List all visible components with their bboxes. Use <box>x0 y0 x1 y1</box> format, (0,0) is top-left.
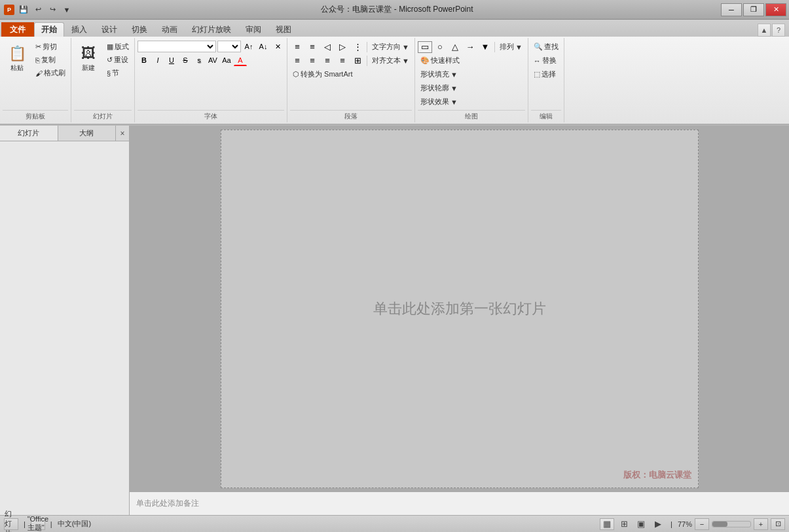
tab-review[interactable]: 审阅 <box>238 22 268 37</box>
cut-button[interactable]: ✂ 剪切 <box>33 41 68 53</box>
ribbon-group-font: A↑ A↓ ✕ B I U S s AV Aa A 字体 <box>135 38 287 122</box>
tab-slideshow[interactable]: 幻灯片放映 <box>185 22 238 37</box>
shape-more-btn[interactable]: ▼ <box>478 41 492 53</box>
dec-indent-btn[interactable]: ◁ <box>320 41 335 53</box>
cols-btn[interactable]: ⊞ <box>350 55 365 67</box>
align-right-btn[interactable]: ≡ <box>320 55 335 67</box>
title-bar: P 💾 ↩ ↪ ▼ 公众号：电脑云课堂 - Microsoft PowerPoi… <box>0 0 789 20</box>
inc-indent-btn[interactable]: ▷ <box>335 41 350 53</box>
tab-view[interactable]: 视图 <box>268 22 299 37</box>
strikethrough-btn[interactable]: S <box>179 54 192 66</box>
shape-circle-btn[interactable]: ○ <box>433 41 447 53</box>
shape-outline-btn[interactable]: 形状轮廓 ▼ <box>418 82 460 94</box>
tab-home[interactable]: 开始 <box>34 22 64 37</box>
tab-design[interactable]: 设计 <box>94 22 124 37</box>
shape-arrow-btn[interactable]: → <box>463 41 477 53</box>
underline-btn[interactable]: U <box>165 54 178 66</box>
drawing-label: 绘图 <box>418 110 525 121</box>
paste-label: 粘贴 <box>10 63 24 73</box>
view-reading-btn[interactable]: ▣ <box>634 518 648 530</box>
find-btn[interactable]: 🔍 查找 <box>531 41 561 53</box>
clear-format-btn[interactable]: ✕ <box>271 41 284 52</box>
editing-label: 编辑 <box>531 110 561 121</box>
minimize-button[interactable]: ─ <box>721 3 742 16</box>
align-left-btn[interactable]: ≡ <box>290 55 304 67</box>
customize-quick-btn[interactable]: ▼ <box>60 3 73 16</box>
convert-smartart-label: 转换为 SmartArt <box>301 69 352 79</box>
theme-tab-btn[interactable]: "Office 主题" <box>31 518 45 530</box>
zoom-in-btn[interactable]: + <box>754 518 768 530</box>
font-name-select[interactable] <box>138 41 216 52</box>
notes-placeholder[interactable]: 单击此处添加备注 <box>136 498 199 509</box>
notes-area[interactable]: 单击此处添加备注 <box>130 491 789 515</box>
zoom-slider[interactable] <box>712 521 751 527</box>
restore-button[interactable]: ❐ <box>743 3 764 16</box>
tab-transitions[interactable]: 切换 <box>124 22 155 37</box>
convert-smartart-btn[interactable]: ⬡ 转换为 SmartArt <box>290 68 355 80</box>
tab-insert[interactable]: 插入 <box>64 22 94 37</box>
clipboard-content: 📋 粘贴 ✂ 剪切 ⎘ 复制 🖌 <box>3 39 68 109</box>
shape-effects-btn[interactable]: 形状效果 ▼ <box>418 96 460 108</box>
font-color-btn[interactable]: A <box>234 54 247 66</box>
align-center-btn[interactable]: ≡ <box>305 55 320 67</box>
paste-button[interactable]: 📋 粘贴 <box>3 41 31 77</box>
bullets-btn[interactable]: ≡ <box>290 41 304 53</box>
zoom-out-btn[interactable]: − <box>695 518 709 530</box>
view-slide-sorter-btn[interactable]: ⊞ <box>617 518 631 530</box>
view-normal-btn[interactable]: ▦ <box>600 518 614 530</box>
save-quick-btn[interactable]: 💾 <box>17 3 30 16</box>
ribbon-collapse-btn[interactable]: ▲ <box>758 24 771 37</box>
slide-panel: 幻灯片 大纲 × <box>0 126 130 515</box>
copy-icon: ⎘ <box>35 56 40 64</box>
justify-btn[interactable]: ≡ <box>335 55 350 67</box>
text-direction-btn[interactable]: 文字方向 ▼ <box>369 41 412 53</box>
quick-access-toolbar: 💾 ↩ ↪ ▼ <box>17 3 73 16</box>
section-button[interactable]: § 节 <box>104 67 132 79</box>
replace-icon: ↔ <box>534 57 541 65</box>
quick-styles-btn[interactable]: 🎨 快速样式 <box>418 54 462 67</box>
align-text-btn[interactable]: 对齐文本 ▼ <box>369 54 412 67</box>
select-btn[interactable]: ⬚ 选择 <box>531 68 559 80</box>
format-painter-button[interactable]: 🖌 格式刷 <box>33 67 68 79</box>
tab-slides-panel[interactable]: 幻灯片 <box>0 126 58 141</box>
slide-canvas[interactable]: 单击此处添加第一张幻灯片 版权：电脑云课堂 <box>221 130 699 488</box>
tab-outline-panel[interactable]: 大纲 <box>58 126 117 141</box>
new-slide-button[interactable]: 🖼 新建 <box>74 41 103 77</box>
numbering-btn[interactable]: ≡ <box>305 41 320 53</box>
font-size-select[interactable] <box>217 41 241 52</box>
undo-quick-btn[interactable]: ↩ <box>31 3 45 16</box>
redo-quick-btn[interactable]: ↪ <box>46 3 59 16</box>
grow-font-btn[interactable]: A↑ <box>242 41 255 52</box>
col-text-btn[interactable]: ⋮ <box>350 41 365 53</box>
bold-btn[interactable]: B <box>138 54 151 66</box>
select-icon: ⬚ <box>534 70 540 79</box>
shape-fill-btn[interactable]: 形状填充 ▼ <box>418 68 460 80</box>
slide-panel-close-btn[interactable]: × <box>116 126 129 141</box>
char-spacing-btn[interactable]: AV <box>206 54 219 66</box>
shrink-font-btn[interactable]: A↓ <box>257 41 270 52</box>
reset-button[interactable]: ↺ 重设 <box>104 54 132 66</box>
shape-rect-btn[interactable]: ▭ <box>418 41 432 53</box>
arrange-chevron: ▼ <box>515 43 523 51</box>
ribbon-help-btn[interactable]: ? <box>772 24 785 37</box>
change-case-btn[interactable]: Aa <box>220 54 233 66</box>
layout-button[interactable]: ▦ 版式 <box>104 41 132 53</box>
arrange-btn[interactable]: 排列 ▼ <box>497 41 525 53</box>
slides-tab-btn[interactable]: 幻灯片 <box>4 518 18 530</box>
copy-button[interactable]: ⎘ 复制 <box>33 54 68 66</box>
fit-slide-btn[interactable]: ⊡ <box>771 518 785 530</box>
shape-effects-label: 形状效果 <box>420 97 449 107</box>
title-bar-title: 公众号：电脑云课堂 - Microsoft PowerPoint <box>73 4 721 15</box>
slide-canvas-area[interactable]: 单击此处添加第一张幻灯片 版权：电脑云课堂 <box>130 126 789 491</box>
language-indicator[interactable]: 中文(中国) <box>58 519 91 529</box>
replace-btn[interactable]: ↔ 替换 <box>531 54 559 67</box>
shape-triangle-btn[interactable]: △ <box>448 41 462 53</box>
view-slideshow-btn[interactable]: ▶ <box>651 518 665 530</box>
font-content: A↑ A↓ ✕ B I U S s AV Aa A <box>138 39 284 109</box>
shadow-btn[interactable]: s <box>193 54 206 66</box>
tab-file[interactable]: 文件 <box>1 22 34 37</box>
close-button[interactable]: ✕ <box>765 3 786 16</box>
slide-placeholder-text[interactable]: 单击此处添加第一张幻灯片 <box>373 299 546 319</box>
italic-btn[interactable]: I <box>151 54 164 66</box>
tab-animations[interactable]: 动画 <box>155 22 185 37</box>
